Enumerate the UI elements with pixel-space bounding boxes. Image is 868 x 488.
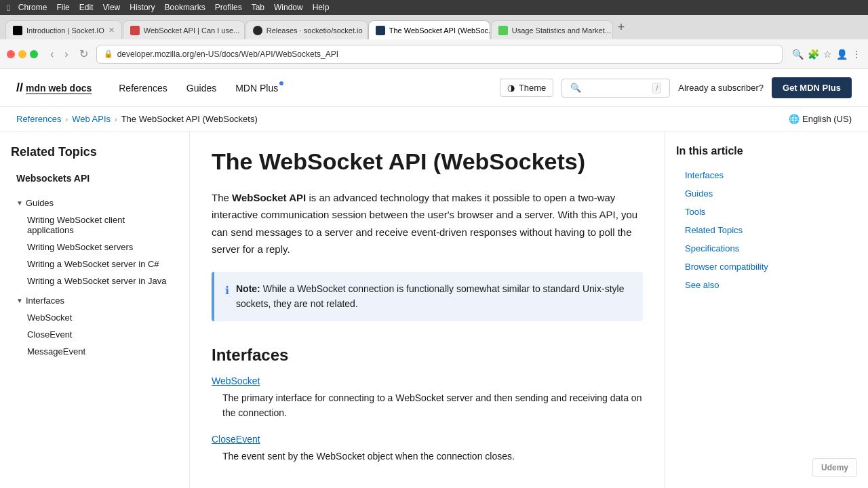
- guides-chevron: ▼: [16, 199, 23, 207]
- language-selector[interactable]: 🌐 English (US): [789, 114, 852, 124]
- get-mdn-plus-button[interactable]: Get MDN Plus: [772, 77, 852, 98]
- sidebar-left: Related Topics Websockets API ▼ Guides W…: [0, 131, 190, 488]
- tab-github[interactable]: Releases · socketio/socket.io ✕: [245, 20, 368, 39]
- mac-menu-tab[interactable]: Tab: [252, 3, 264, 12]
- address-text: developer.mozilla.org/en-US/docs/Web/API…: [117, 49, 775, 59]
- menu-icon[interactable]: ⋮: [852, 49, 861, 60]
- guides-group-header[interactable]: ▼ Guides: [11, 195, 178, 211]
- sidebar-link-closeevent[interactable]: CloseEvent: [22, 326, 178, 343]
- toc-interfaces[interactable]: Interfaces: [676, 167, 803, 184]
- traffic-light-green[interactable]: [30, 50, 38, 58]
- sidebar-link-websocket[interactable]: WebSocket: [22, 309, 178, 326]
- traffic-light-red[interactable]: [7, 50, 15, 58]
- sidebar-link-guide-3[interactable]: Writing a WebSocket server in Java: [22, 272, 178, 289]
- toc-see-also[interactable]: See also: [676, 277, 803, 293]
- breadcrumb-references[interactable]: References: [16, 114, 61, 124]
- toc-browser-compatibility[interactable]: Browser compatibility: [676, 258, 803, 275]
- theme-button[interactable]: ◑ Theme: [500, 79, 553, 97]
- nav-mdn-plus[interactable]: MDN Plus: [227, 79, 286, 98]
- note-icon: ℹ: [225, 282, 229, 312]
- toc-specifications[interactable]: Specifications: [676, 240, 803, 257]
- tab-socketio[interactable]: Introduction | Socket.IO ✕: [5, 20, 122, 39]
- interfaces-group-header[interactable]: ▼ Interfaces: [11, 292, 178, 309]
- new-tab-button[interactable]: +: [614, 20, 629, 35]
- mac-bar:  Chrome File Edit View History Bookmark…: [0, 0, 868, 15]
- interfaces-label: Interfaces: [26, 296, 64, 306]
- traffic-light-yellow[interactable]: [18, 50, 26, 58]
- breadcrumb-sep-2: ›: [115, 115, 117, 123]
- tab-caniuse[interactable]: WebSocket API | Can I use... ✕: [123, 20, 245, 39]
- back-button[interactable]: ‹: [47, 47, 56, 62]
- note-text: While a WebSocket connection is function…: [236, 283, 624, 309]
- note-content: Note: While a WebSocket connection is fu…: [236, 281, 632, 312]
- browser-actions: 🔍 🧩 ☆ 👤 ⋮: [792, 49, 861, 60]
- toc-guides[interactable]: Guides: [676, 185, 803, 202]
- reload-button[interactable]: ↻: [77, 46, 91, 62]
- tab-favicon-mdn: [376, 26, 385, 35]
- mdn-nav: References Guides MDN Plus: [111, 79, 286, 98]
- interfaces-chevron: ▼: [16, 297, 23, 304]
- toc-title: In this article: [676, 145, 803, 157]
- toc-tools[interactable]: Tools: [676, 203, 803, 220]
- mdn-logo[interactable]: // mdn web docs: [16, 81, 92, 95]
- tab-usage[interactable]: Usage Statistics and Market... ✕: [491, 20, 613, 39]
- related-topics-title: Related Topics: [11, 145, 178, 159]
- interface-item-websocket: WebSocket The primary interface for conn…: [212, 375, 643, 421]
- intro-bold: WebSocket API: [232, 192, 306, 203]
- mdn-header: // mdn web docs References Guides MDN Pl…: [0, 69, 868, 107]
- tab-favicon-github: [253, 26, 262, 35]
- language-label: English (US): [802, 114, 852, 124]
- mac-menu-help[interactable]: Help: [313, 3, 330, 12]
- main-content: The WebSocket API (WebSockets) The WebSo…: [190, 131, 665, 488]
- mdn-logo-icon: //: [16, 81, 23, 95]
- sidebar-right: In this article Interfaces Guides Tools …: [665, 131, 814, 488]
- nav-references[interactable]: References: [111, 79, 176, 98]
- mac-menu-file[interactable]: File: [56, 3, 69, 12]
- sidebar-link-guide-2[interactable]: Writing a WebSocket server in C#: [22, 256, 178, 272]
- apple-icon: : [7, 3, 10, 13]
- search-shortcut: /: [652, 83, 661, 94]
- sidebar-link-guide-1[interactable]: Writing WebSocket servers: [22, 239, 178, 256]
- api-title[interactable]: Websockets API: [11, 169, 178, 188]
- address-bar[interactable]: 🔒 developer.mozilla.org/en-US/docs/Web/A…: [96, 45, 783, 64]
- tab-close-caniuse[interactable]: ✕: [243, 26, 245, 35]
- interfaces-heading: Interfaces: [212, 340, 643, 365]
- mac-menu-chrome[interactable]: Chrome: [18, 3, 47, 12]
- search-button[interactable]: 🔍 /: [561, 79, 670, 98]
- interface-link-websocket[interactable]: WebSocket: [212, 375, 643, 386]
- mac-menu-profiles[interactable]: Profiles: [215, 3, 242, 12]
- mac-menu-window[interactable]: Window: [274, 3, 303, 12]
- bookmark-icon[interactable]: ☆: [823, 49, 832, 60]
- tab-close-socketio[interactable]: ✕: [108, 26, 115, 35]
- mac-menu-history[interactable]: History: [130, 3, 155, 12]
- mac-menu-edit[interactable]: Edit: [79, 3, 94, 12]
- tab-close-github[interactable]: ✕: [367, 26, 368, 35]
- profile-icon[interactable]: 👤: [836, 49, 848, 60]
- tab-label-usage: Usage Statistics and Market...: [512, 26, 611, 35]
- sidebar-link-messageevent[interactable]: MessageEvent: [22, 343, 178, 360]
- search-icon[interactable]: 🔍: [792, 49, 804, 60]
- toc-related-topics[interactable]: Related Topics: [676, 222, 803, 239]
- interface-item-closeevent: CloseEvent The event sent by the WebSock…: [212, 434, 643, 464]
- note-label: Note:: [236, 283, 260, 294]
- globe-icon: 🌐: [789, 114, 800, 124]
- guides-label: Guides: [26, 198, 54, 208]
- guides-items: Writing WebSocket client applications Wr…: [11, 211, 178, 289]
- browser-controls: ‹ › ↻ 🔒 developer.mozilla.org/en-US/docs…: [0, 39, 868, 69]
- forward-button[interactable]: ›: [62, 47, 71, 62]
- mac-menu-bookmarks[interactable]: Bookmarks: [165, 3, 205, 12]
- subscriber-text[interactable]: Already a subscriber?: [678, 83, 764, 93]
- nav-guides[interactable]: Guides: [178, 79, 224, 98]
- breadcrumb-web-apis[interactable]: Web APIs: [72, 114, 111, 124]
- extensions-icon[interactable]: 🧩: [808, 49, 819, 60]
- tab-label-socketio: Introduction | Socket.IO: [26, 26, 104, 35]
- page-layout: Related Topics Websockets API ▼ Guides W…: [0, 131, 868, 488]
- mdn-logo-text: mdn web docs: [26, 83, 92, 94]
- sidebar-link-guide-0[interactable]: Writing WebSocket client applications: [22, 211, 178, 239]
- breadcrumb-sep-1: ›: [65, 115, 68, 123]
- tab-mdn[interactable]: The WebSocket API (WebSoc... ✕: [368, 20, 490, 39]
- header-right: ◑ Theme 🔍 / Already a subscriber? Get MD…: [500, 77, 852, 98]
- mac-menu-view[interactable]: View: [102, 3, 120, 12]
- interface-link-closeevent[interactable]: CloseEvent: [212, 434, 643, 445]
- breadcrumb: References › Web APIs › The WebSocket AP…: [0, 107, 868, 131]
